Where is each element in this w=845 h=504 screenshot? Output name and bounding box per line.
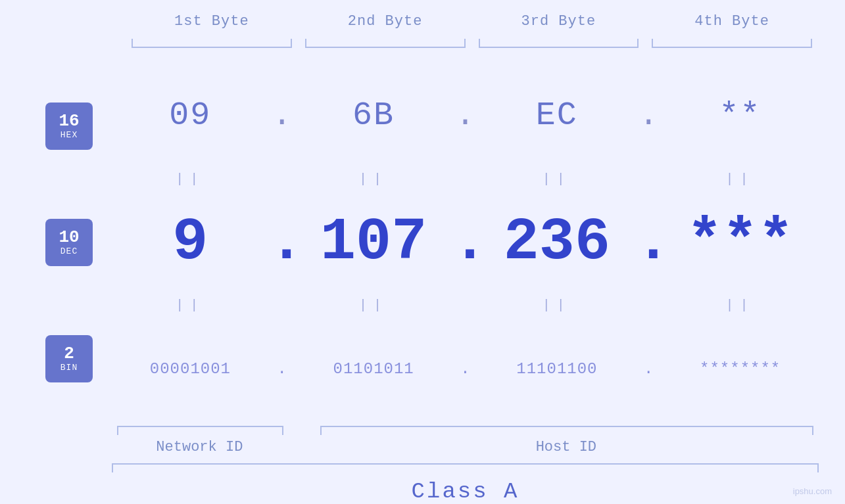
bin-sep2: . — [452, 360, 479, 378]
host-id-label: Host ID — [319, 439, 813, 455]
bin-sep3: . — [635, 360, 662, 378]
dec-badge: 10 DEC — [45, 219, 93, 266]
bin-sep1: . — [269, 360, 295, 378]
hex-byte3: EC — [479, 97, 636, 134]
hex-sep3: . — [635, 97, 662, 134]
byte4-header: 4th Byte — [645, 13, 819, 30]
byte2-header: 2nd Byte — [299, 13, 472, 30]
top-bracket-row — [26, 36, 819, 48]
hex-badge-label: HEX — [60, 130, 78, 140]
eq1-b2: || — [295, 172, 452, 187]
hex-sep2: . — [452, 97, 479, 134]
bin-byte4: ******** — [662, 360, 819, 378]
hex-byte2: 6B — [295, 97, 452, 134]
dec-byte2: 107 — [295, 209, 452, 276]
byte3-header: 3rd Byte — [472, 13, 646, 30]
eq1-sep2 — [452, 172, 479, 187]
bin-byte2: 01101011 — [295, 360, 452, 378]
equals-row-2: || || || || — [112, 296, 819, 314]
eq1-sep1 — [269, 172, 295, 187]
bin-badge-number: 2 — [64, 344, 74, 363]
network-id-bracket — [117, 426, 283, 435]
bracket-spacer — [289, 426, 315, 436]
dec-badge-number: 10 — [59, 228, 79, 247]
watermark: ipshu.com — [793, 486, 832, 496]
hex-row: 09 . 6B . EC . ** — [112, 61, 819, 170]
dec-byte3: 236 — [479, 209, 636, 276]
byte3-top-bracket — [479, 36, 639, 48]
dec-byte4: *** — [662, 209, 819, 276]
bin-byte3: 11101100 — [479, 360, 636, 378]
dec-badge-label: DEC — [60, 246, 78, 256]
eq1-b1: || — [112, 172, 269, 187]
dec-row: 9 . 107 . 236 . *** — [112, 188, 819, 297]
network-id-label: Network ID — [117, 439, 282, 455]
byte1-header: 1st Byte — [125, 13, 299, 30]
eq2-b1: || — [112, 298, 269, 313]
dec-sep1: . — [269, 209, 295, 276]
eq2-sep1 — [269, 298, 295, 313]
bin-badge-label: BIN — [60, 363, 78, 373]
class-row: Class A — [112, 479, 819, 504]
byte1-top-bracket — [132, 36, 292, 48]
eq1-sep3 — [635, 172, 662, 187]
bin-row: 00001001 . 01101011 . 11101100 . *******… — [112, 314, 819, 423]
eq2-b4: || — [662, 298, 819, 313]
bin-badge: 2 BIN — [45, 335, 93, 382]
eq2-b3: || — [479, 298, 636, 313]
eq1-b3: || — [479, 172, 636, 187]
data-columns: 09 . 6B . EC . ** || || || || 9 . — [112, 61, 819, 423]
hex-badge: 16 HEX — [45, 103, 93, 150]
dec-sep2: . — [452, 209, 479, 276]
eq2-sep2 — [452, 298, 479, 313]
class-bracket — [112, 463, 819, 472]
dec-sep3: . — [635, 209, 662, 276]
hex-sep1: . — [269, 97, 295, 134]
main-container: 1st Byte 2nd Byte 3rd Byte 4th Byte 16 H… — [0, 0, 845, 504]
header-row: 1st Byte 2nd Byte 3rd Byte 4th Byte — [26, 13, 819, 30]
id-label-row: Network ID Host ID — [112, 439, 819, 455]
dec-byte1: 9 — [112, 209, 269, 276]
badges-column: 16 HEX 10 DEC 2 BIN — [26, 61, 112, 423]
content-area: 16 HEX 10 DEC 2 BIN 09 . 6B . EC . ** — [26, 61, 819, 423]
class-label: Class A — [412, 479, 519, 504]
eq2-sep3 — [635, 298, 662, 313]
hex-byte1: 09 — [112, 97, 269, 134]
equals-row-1: || || || || — [112, 170, 819, 188]
host-id-bracket — [320, 426, 813, 435]
eq2-b2: || — [295, 298, 452, 313]
hex-badge-number: 16 — [59, 112, 79, 131]
byte2-top-bracket — [305, 36, 466, 48]
byte4-top-bracket — [652, 36, 812, 48]
bin-byte1: 00001001 — [112, 360, 269, 378]
hex-byte4: ** — [662, 97, 819, 134]
eq1-b4: || — [662, 172, 819, 187]
bottom-section: Network ID Host ID Class A — [26, 426, 819, 504]
